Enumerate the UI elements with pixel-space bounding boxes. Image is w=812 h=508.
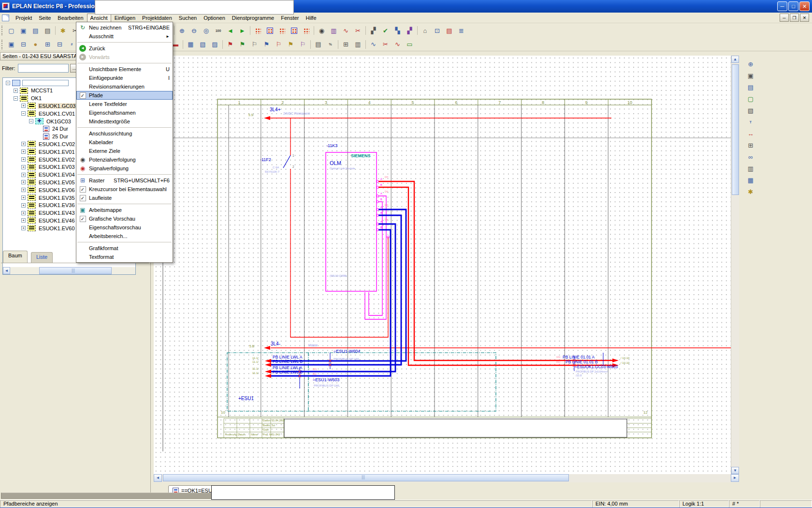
scroll-left-icon[interactable]: ◄	[154, 474, 162, 482]
toolbar-grip[interactable]	[1, 40, 4, 49]
zoom-out-icon[interactable]: ⊖	[188, 25, 200, 36]
expand-icon[interactable]: +	[21, 142, 26, 146]
collapse-icon[interactable]: −	[29, 119, 33, 123]
menubar-item-dienstprogramme[interactable]: Dienstprogramme	[229, 14, 277, 22]
menubar-item-einfügen[interactable]: Einfügen	[111, 14, 139, 22]
path-flag-3-icon[interactable]: ⚐	[249, 39, 260, 50]
window-split-icon[interactable]: ⊟	[18, 39, 29, 50]
signal-icon[interactable]: ∿	[392, 39, 403, 50]
tree-item-esuok1-ev60[interactable]: +ESUOK1.EV60	[3, 224, 76, 232]
scroll-up-icon[interactable]: ▲	[731, 56, 739, 63]
prev-page-icon[interactable]: ◄	[225, 25, 236, 36]
new-window-icon[interactable]: ▢	[6, 25, 17, 36]
tree-item-esuok1-ev35[interactable]: +ESUOK1.EV35	[3, 194, 76, 201]
project-check-icon[interactable]: ✔	[380, 25, 391, 36]
tree-horizontal-scrollbar[interactable]: ◄	[3, 267, 135, 274]
search-icon[interactable]: ◉	[316, 25, 327, 36]
message-list-icon[interactable]: ▤	[444, 25, 455, 36]
grid-b-icon[interactable]	[264, 25, 276, 36]
table-insert-icon[interactable]: ⊞	[745, 140, 756, 150]
page-macro-icon[interactable]: ▤	[30, 25, 41, 36]
menu-item-kabelader[interactable]: Kabelader	[76, 138, 173, 147]
tree-item-esuok1-ev01[interactable]: +ESUOK1.EV01	[3, 148, 76, 155]
tree-item-esuok1-gc03[interactable]: +ESUOK1.GC03	[3, 102, 76, 109]
expand-icon[interactable]: +	[21, 195, 26, 200]
expand-icon[interactable]: +	[21, 173, 26, 177]
mdi-minimize-button[interactable]: ─	[780, 14, 789, 22]
tree-item-esuok1-ev46[interactable]: +ESUOK1.EV46	[3, 217, 76, 224]
tree-item-esuok1-cv02[interactable]: +ESUOK1.CV02	[3, 140, 76, 148]
menu-item-zurück[interactable]: ◄Zurück	[76, 44, 173, 53]
expand-icon[interactable]: +	[14, 89, 18, 93]
cut-red-icon[interactable]: ✂	[352, 25, 363, 36]
open-project-icon[interactable]: ▣	[18, 25, 29, 36]
menu-item-kreuzcursor-bei-elementauswahl[interactable]: ✓Kreuzcursor bei Elementauswahl	[76, 185, 173, 194]
tree-scroll-thumb[interactable]	[39, 267, 112, 274]
grid-e-icon[interactable]	[301, 25, 312, 36]
tree-item-24-dur[interactable]: 24 Dur	[3, 125, 69, 133]
next-page-icon[interactable]: ►	[237, 25, 248, 36]
grid-plus-icon[interactable]: ⊞	[42, 39, 53, 50]
expand-icon[interactable]: +	[21, 165, 26, 169]
graph-icon[interactable]: ▞	[368, 25, 379, 36]
insert-macro-icon[interactable]: ▣	[745, 70, 756, 81]
menu-item-textformat[interactable]: Textformat	[76, 253, 173, 261]
expand-icon[interactable]: +	[21, 157, 26, 162]
menu-item-pfade[interactable]: ✓Pfade	[76, 91, 173, 100]
maximize-button[interactable]: □	[788, 1, 798, 11]
insert-box-icon[interactable]: ▢	[745, 93, 756, 104]
menu-item-grafikformat[interactable]: Grafikformat	[76, 244, 173, 253]
menu-item-einfügepunkte[interactable]: EinfügepunkteI	[76, 74, 173, 82]
expand-icon[interactable]: +	[21, 211, 26, 215]
zoom-in-icon[interactable]: ⊕	[176, 25, 188, 36]
tree-item-esuok1-ev02[interactable]: +ESUOK1.EV02	[3, 156, 76, 163]
tree-item-esuok1-ev36[interactable]: +ESUOK1.EV36	[3, 202, 76, 209]
path-flag-6-icon[interactable]: ⚑	[285, 39, 296, 50]
menu-item-grafische-vorschau[interactable]: ✓Grafische Vorschau	[76, 214, 173, 223]
toolbar-grip[interactable]	[1, 26, 4, 35]
minimize-button[interactable]: ─	[777, 1, 787, 11]
path-flag-2-icon[interactable]: ⚑	[237, 39, 248, 50]
print-icon[interactable]: ▤	[42, 25, 53, 36]
menu-item-eigenschaftsnamen[interactable]: Eigenschaftsnamen	[76, 108, 173, 117]
menu-item-externe-ziele[interactable]: Externe Ziele	[76, 147, 173, 155]
tree-item-mccst1[interactable]: +MCCST1	[3, 87, 54, 94]
insert-symbol-icon[interactable]: ⊕	[745, 59, 756, 69]
mdi-restore-button[interactable]: ❐	[790, 14, 799, 22]
expand-icon[interactable]: +	[21, 218, 26, 223]
path-flag-1-icon[interactable]: ⚑	[225, 39, 236, 50]
menu-item-ausschnitt[interactable]: Ausschnitt►	[76, 32, 173, 41]
zoom-100-icon[interactable]: 100	[213, 25, 224, 36]
expand-icon[interactable]: +	[21, 226, 26, 230]
path-flag-7-icon[interactable]: ⚐	[297, 39, 308, 50]
vscroll-thumb[interactable]	[732, 64, 739, 195]
scroll-left-icon[interactable]: ◄	[3, 267, 10, 274]
interruption-point-icon[interactable]: ∿	[340, 25, 351, 36]
menu-item-leere-textfelder[interactable]: Leere Textfelder	[76, 100, 173, 108]
layers-icon[interactable]: ▥	[745, 163, 756, 174]
tree-item-esuok1-ev43[interactable]: +ESUOK1.EV43	[3, 209, 76, 217]
device-navigator-icon[interactable]: ▥	[328, 25, 339, 36]
tree-item-esuok1-ev06[interactable]: +ESUOK1.EV06	[3, 186, 76, 194]
settings-wrench-icon[interactable]: ✱	[58, 25, 69, 36]
wire-cut-icon[interactable]: ✂	[380, 39, 391, 50]
text-tool-icon[interactable]: T	[745, 117, 756, 127]
menubar-item-seite[interactable]: Seite	[35, 14, 54, 22]
devices-icon[interactable]: ⌂	[420, 25, 431, 36]
menu-item-potenzialverfolgung[interactable]: ◉Potenzialverfolgung	[76, 155, 173, 164]
menu-item-revisionsmarkierungen[interactable]: Revisionsmarkierungen	[76, 82, 173, 91]
filter-combobox[interactable]	[18, 64, 69, 73]
tree-item-esuok1-ev04[interactable]: +ESUOK1.EV04	[3, 171, 76, 179]
grid-a-icon[interactable]	[252, 25, 263, 36]
menu-item-mindesttextgröße[interactable]: Mindesttextgröße	[76, 117, 173, 126]
menubar-item-ansicht[interactable]: Ansicht	[87, 14, 111, 22]
select-area-icon[interactable]: ▧	[197, 39, 208, 50]
expand-icon[interactable]: +	[21, 104, 26, 108]
options-icon[interactable]: ✱	[745, 186, 756, 197]
collapse-icon[interactable]: −	[21, 111, 26, 116]
canvas-horizontal-scrollbar[interactable]: ◄ ►	[154, 474, 739, 482]
path-flag-5-icon[interactable]: ⚐	[273, 39, 284, 50]
menu-item-laufleiste[interactable]: ✓Laufleiste	[76, 194, 173, 202]
menu-item-raster[interactable]: ⊞RasterSTRG+UMSCHALT+F6	[76, 176, 173, 185]
statistics-icon[interactable]: ≣	[456, 25, 467, 36]
